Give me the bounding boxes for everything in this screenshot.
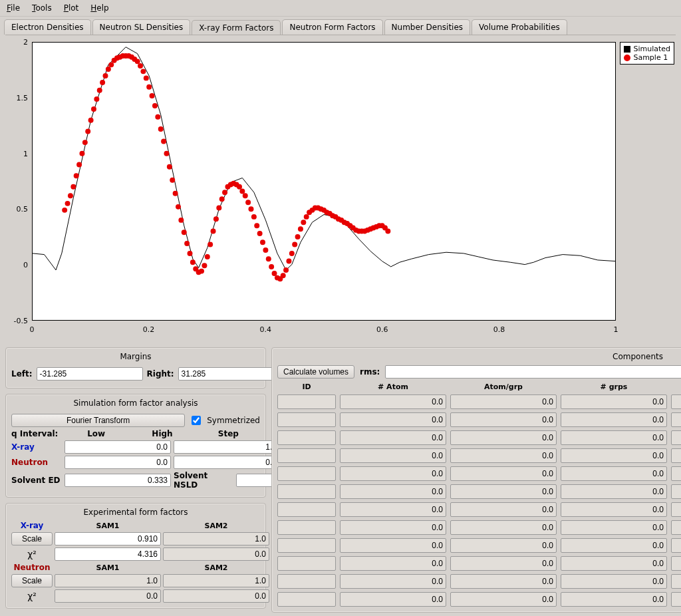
tab-x-ray-form-factors[interactable]: X-ray Form Factors — [192, 20, 281, 35]
neutron-high-input[interactable] — [174, 456, 280, 469]
comp-cell-r7-c3[interactable] — [561, 520, 667, 535]
tab-neutron-sl-densities[interactable]: Neutron SL Densities — [92, 19, 191, 35]
comp-cell-r0-c0[interactable] — [277, 394, 336, 409]
neutron-label: Neutron — [11, 458, 62, 467]
comp-cell-r8-c3[interactable] — [561, 538, 667, 553]
comp-cell-r4-c0[interactable] — [277, 466, 336, 481]
comp-cell-r11-c1[interactable] — [340, 592, 446, 607]
comp-cell-r3-c1[interactable] — [340, 448, 446, 463]
menu-plot[interactable]: Plot — [64, 3, 79, 13]
comp-cell-r8-c1[interactable] — [340, 538, 446, 553]
xray-scale-sam1[interactable] — [55, 532, 161, 545]
comp-cell-r10-c4[interactable] — [671, 574, 681, 589]
symmetrized-checkbox[interactable] — [192, 416, 201, 425]
fourier-transform-button[interactable]: Fourier Transform — [11, 414, 185, 427]
comp-cell-r3-c4[interactable] — [671, 448, 681, 463]
comp-cell-r10-c0[interactable] — [277, 574, 336, 589]
comp-cell-r7-c4[interactable] — [671, 520, 681, 535]
xray-chi-sam2[interactable] — [163, 547, 269, 561]
solvent-ed-input[interactable] — [65, 474, 171, 487]
tab-number-densities[interactable]: Number Densities — [384, 19, 471, 35]
tab-electron-densities[interactable]: Electron Densities — [4, 19, 91, 35]
comp-cell-r5-c2[interactable] — [450, 484, 557, 499]
svg-point-44 — [190, 259, 196, 265]
comp-cell-r0-c3[interactable] — [561, 394, 667, 409]
chart-plot[interactable] — [32, 42, 616, 321]
comp-cell-r6-c4[interactable] — [671, 502, 681, 517]
margin-left-input[interactable] — [37, 367, 143, 381]
comp-cell-r9-c1[interactable] — [340, 556, 446, 571]
menu-tools[interactable]: Tools — [32, 3, 52, 13]
comp-cell-r9-c4[interactable] — [671, 556, 681, 571]
comp-cell-r0-c2[interactable] — [450, 394, 557, 409]
exp-title: Experimental form factors — [11, 508, 260, 521]
xray-low-input[interactable] — [65, 440, 171, 454]
comp-cell-r5-c3[interactable] — [561, 484, 667, 499]
comp-cell-r8-c2[interactable] — [450, 538, 557, 553]
comp-cell-r3-c0[interactable] — [277, 448, 336, 463]
tab-neutron-form-factors[interactable]: Neutron Form Factors — [282, 19, 382, 35]
comp-cell-r4-c4[interactable] — [671, 466, 681, 481]
x-tick: 0.4 — [259, 325, 271, 334]
comp-cell-r2-c0[interactable] — [277, 430, 336, 445]
comp-cell-r11-c4[interactable] — [671, 592, 681, 607]
comp-cell-r1-c3[interactable] — [561, 412, 667, 427]
svg-point-72 — [272, 271, 277, 276]
xray-scale-button[interactable]: Scale — [11, 532, 53, 545]
comp-cell-r10-c3[interactable] — [561, 574, 667, 589]
comp-cell-r6-c0[interactable] — [277, 502, 336, 517]
comp-cell-r9-c0[interactable] — [277, 556, 336, 571]
menubar: File Tools Plot Help — [0, 0, 681, 17]
comp-cell-r6-c1[interactable] — [340, 502, 446, 517]
comp-cell-r2-c4[interactable] — [671, 430, 681, 445]
xray-high-input[interactable] — [174, 440, 280, 454]
comp-cell-r11-c2[interactable] — [450, 592, 557, 607]
comp-cell-r2-c2[interactable] — [450, 430, 557, 445]
comp-cell-r6-c3[interactable] — [561, 502, 667, 517]
tab-volume-probabilities[interactable]: Volume Probabilities — [472, 19, 567, 35]
calculate-volumes-button[interactable]: Calculate volumes — [277, 365, 354, 379]
comp-cell-r1-c4[interactable] — [671, 412, 681, 427]
comp-cell-r1-c0[interactable] — [277, 412, 336, 427]
comp-col-2: Atom/grp — [450, 383, 557, 391]
comp-cell-r0-c4[interactable] — [671, 394, 681, 409]
svg-point-62 — [243, 193, 248, 198]
comp-cell-r3-c2[interactable] — [450, 448, 557, 463]
comp-cell-r0-c1[interactable] — [340, 394, 446, 409]
neutron-low-input[interactable] — [65, 456, 171, 469]
menu-file[interactable]: File — [7, 3, 20, 13]
comp-cell-r2-c1[interactable] — [340, 430, 446, 445]
comp-cell-r9-c3[interactable] — [561, 556, 667, 571]
comp-cell-r5-c0[interactable] — [277, 484, 336, 499]
neutron-scale-button[interactable]: Scale — [11, 574, 53, 587]
comp-cell-r1-c2[interactable] — [450, 412, 557, 427]
comp-cell-r11-c0[interactable] — [277, 592, 336, 607]
xray-scale-sam2[interactable] — [163, 532, 269, 545]
comp-cell-r8-c4[interactable] — [671, 538, 681, 553]
neu-chi-sam1[interactable] — [55, 589, 161, 603]
comp-cell-r6-c2[interactable] — [450, 502, 557, 517]
comp-cell-r8-c0[interactable] — [277, 538, 336, 553]
neu-scale-sam2[interactable] — [163, 574, 269, 587]
comp-cell-r4-c2[interactable] — [450, 466, 557, 481]
comp-cell-r7-c2[interactable] — [450, 520, 557, 535]
comp-cell-r10-c2[interactable] — [450, 574, 557, 589]
margin-right-input[interactable] — [178, 367, 285, 381]
comp-cell-r3-c3[interactable] — [561, 448, 667, 463]
comp-cell-r2-c3[interactable] — [561, 430, 667, 445]
comp-cell-r9-c2[interactable] — [450, 556, 557, 571]
rms-input[interactable] — [385, 365, 681, 379]
comp-cell-r5-c4[interactable] — [671, 484, 681, 499]
comp-cell-r11-c3[interactable] — [561, 592, 667, 607]
comp-cell-r4-c1[interactable] — [340, 466, 446, 481]
comp-cell-r7-c1[interactable] — [340, 520, 446, 535]
xray-chi-sam1[interactable] — [55, 547, 161, 561]
comp-cell-r5-c1[interactable] — [340, 484, 446, 499]
comp-cell-r7-c0[interactable] — [277, 520, 336, 535]
comp-cell-r10-c1[interactable] — [340, 574, 446, 589]
comp-cell-r1-c1[interactable] — [340, 412, 446, 427]
comp-cell-r4-c3[interactable] — [561, 466, 667, 481]
neu-chi-sam2[interactable] — [163, 589, 269, 603]
menu-help[interactable]: Help — [90, 3, 108, 13]
neu-scale-sam1[interactable] — [55, 574, 161, 587]
